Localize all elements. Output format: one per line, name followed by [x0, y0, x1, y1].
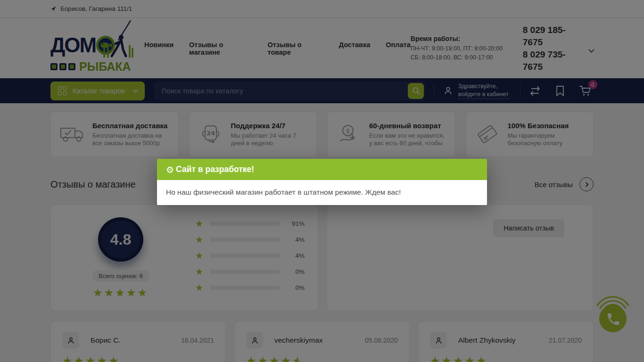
modal-header: ⚙ Сайт в разработке!: [157, 159, 487, 180]
page: Борисов, Гагарина 111/1 ДОМ РЫБАКА: [0, 0, 644, 362]
site-development-modal: ⚙ Сайт в разработке! Но наш физический м…: [157, 159, 487, 205]
gears-icon: ⚙: [166, 165, 174, 175]
modal-body: Но наш физический магазин работает в шта…: [157, 180, 487, 205]
modal-message: Но наш физический магазин работает в шта…: [166, 188, 401, 196]
modal-title: Сайт в разработке!: [176, 165, 254, 174]
